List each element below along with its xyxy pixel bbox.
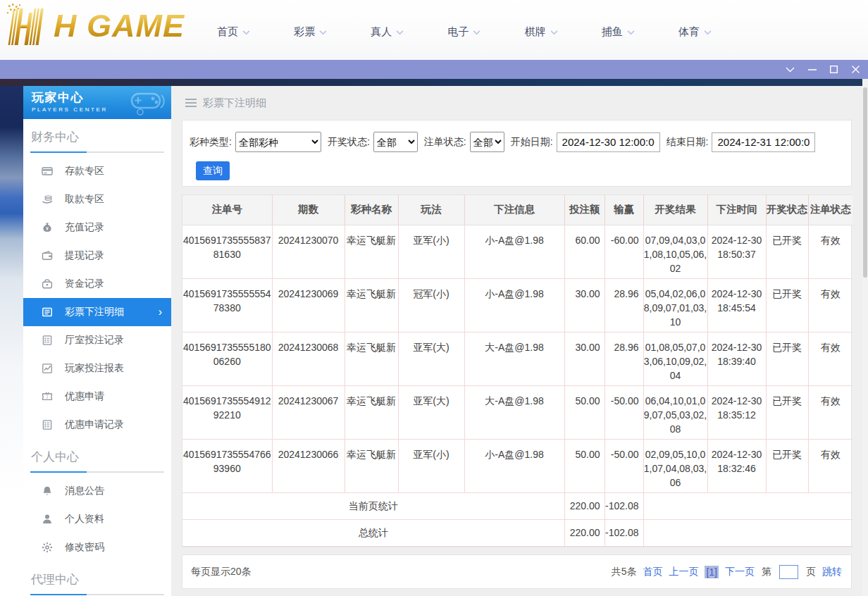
table-header-row: 注单号期数彩种名称玩法下注信息投注额输赢开奖结果下注时间开奖状态注单状态	[182, 195, 852, 225]
page-title: 彩票下注明细	[203, 97, 266, 110]
table-row: 40156917355558378163020241230070幸运飞艇新亚军(…	[182, 225, 852, 278]
page-jump-input[interactable]	[779, 565, 798, 579]
start-date-label: 开始日期:	[511, 136, 553, 149]
sidebar-item-label: 玩家投注报表	[65, 362, 124, 375]
sidebar-item-deposit[interactable]: 存款专区	[23, 157, 171, 185]
column-header-3: 玩法	[398, 195, 464, 225]
main-content: 彩票下注明细 彩种类型: 全部彩种 开奖状态: 全部 注单状态: 全部 开始日期…	[171, 86, 862, 596]
site-logo[interactable]: H GAME	[6, 3, 185, 49]
withdraw-hand-icon	[42, 194, 53, 205]
sidebar-item-recharge-records[interactable]: 充值记录	[23, 213, 171, 242]
theme-background-band	[0, 79, 868, 86]
filter-panel: 彩种类型: 全部彩种 开奖状态: 全部 注单状态: 全部 开始日期: 结束日期:…	[182, 120, 852, 187]
order-status-select[interactable]: 全部	[470, 132, 504, 152]
sidebar-item-lottery-bet-details[interactable]: 彩票下注明细›	[23, 298, 171, 326]
column-header-8: 下注时间	[707, 195, 766, 225]
logo-mark-icon	[6, 3, 52, 49]
coupon-icon	[42, 391, 53, 402]
order-status-label: 注单状态:	[424, 136, 466, 149]
nav-item-4[interactable]: 棋牌	[525, 25, 558, 39]
deposit-card-icon	[42, 166, 53, 177]
list-icon	[42, 335, 53, 346]
nav-item-5[interactable]: 捕鱼	[602, 25, 635, 39]
nav-item-1[interactable]: 彩票	[294, 25, 327, 39]
top-nav: 首页彩票真人电子棋牌捕鱼体育	[217, 4, 712, 60]
section-title: 个人中心	[31, 449, 164, 465]
sidebar-item-label: 取款专区	[65, 193, 104, 206]
sidebar-item-withdraw-records[interactable]: 提现记录	[23, 242, 171, 270]
column-header-1: 期数	[272, 195, 345, 225]
prev-page-link[interactable]: 上一页	[669, 566, 698, 578]
column-header-4: 下注信息	[464, 195, 564, 225]
draw-status-label: 开奖状态:	[328, 136, 370, 149]
column-header-5: 投注额	[564, 195, 604, 225]
maximize-button[interactable]	[823, 60, 845, 79]
sidebar-item-label: 个人资料	[65, 513, 104, 526]
menu-icon	[185, 99, 197, 107]
column-header-7: 开奖结果	[643, 195, 707, 225]
column-header-10: 注单状态	[808, 195, 852, 225]
ledger-icon	[42, 306, 53, 318]
nav-item-0[interactable]: 首页	[217, 25, 250, 39]
section-underline	[30, 594, 164, 595]
scrollbar[interactable]	[862, 79, 868, 596]
first-page-link[interactable]: 首页	[643, 566, 662, 578]
chevron-right-icon: ›	[159, 306, 162, 318]
scrollbar-thumb[interactable]	[863, 87, 867, 278]
table-row: 40156917355547669396020241230066幸运飞艇新亚军(…	[182, 439, 852, 492]
sidebar-item-label: 资金记录	[65, 278, 104, 290]
search-button[interactable]: 查询	[196, 161, 230, 180]
gamepad-icon	[130, 88, 167, 116]
table-row: 40156917355551800626020241230068幸运飞艇新亚军(…	[182, 332, 852, 385]
table-row: 40156917355549129221020241230067幸运飞艇新亚军(…	[182, 385, 852, 439]
draw-status-select[interactable]: 全部	[373, 132, 418, 152]
sidebar-item-label: 厅室投注记录	[65, 334, 124, 347]
nav-item-label: 真人	[371, 25, 392, 39]
report-chart-icon	[42, 363, 53, 374]
chevron-down-icon	[473, 30, 480, 35]
nav-item-label: 棋牌	[525, 25, 546, 39]
chevron-down-icon	[242, 30, 250, 35]
summary-label: 总统计	[182, 519, 564, 546]
sidebar-item-funds-records[interactable]: 资金记录	[23, 270, 171, 298]
lottery-type-select[interactable]: 全部彩种	[235, 132, 321, 152]
nav-item-2[interactable]: 真人	[371, 25, 404, 39]
purse-icon	[42, 278, 53, 290]
current-page-badge: [1]	[705, 566, 719, 578]
nav-item-3[interactable]: 电子	[447, 25, 480, 39]
sidebar-item-promo-apply-records[interactable]: 优惠申请记录	[23, 411, 171, 439]
sidebar-item-promo-apply[interactable]: 优惠申请	[23, 383, 171, 411]
close-button[interactable]	[845, 60, 867, 79]
chevron-down-icon	[319, 30, 327, 35]
sidebar-item-messages[interactable]: 消息公告	[23, 477, 171, 505]
summary-winloss-total: -102.08	[604, 492, 643, 519]
summary-bet-total: 220.00	[564, 492, 604, 519]
sidebar-item-label: 优惠申请	[65, 390, 104, 403]
end-date-input[interactable]	[712, 132, 815, 152]
section-underline	[30, 151, 164, 153]
sidebar-item-change-password[interactable]: 修改密码	[23, 533, 171, 561]
jump-button[interactable]: 跳转	[822, 566, 842, 578]
total-count-text: 共5条	[612, 566, 637, 578]
minimize-button[interactable]	[801, 60, 823, 79]
gear-icon	[42, 542, 53, 553]
start-date-input[interactable]	[557, 132, 660, 152]
sidebar-item-withdraw[interactable]: 取款专区	[23, 185, 171, 213]
nav-item-6[interactable]: 体育	[678, 25, 712, 39]
chevron-down-icon	[627, 30, 635, 35]
summary-row: 总统计220.00-102.08	[182, 519, 852, 546]
summary-winloss-total: -102.08	[604, 519, 643, 546]
window-collapse-button[interactable]	[779, 60, 801, 79]
table-row: 40156917355555547838020241230069幸运飞艇新冠军(…	[182, 278, 852, 332]
chevron-down-icon	[550, 30, 558, 35]
sidebar-item-label: 修改密码	[65, 541, 104, 554]
sidebar-item-hall-bet-records[interactable]: 厅室投注记录	[23, 326, 171, 354]
sidebar: 玩家中心 PLAYERS CENTER 财务中心存款专区取款专区充值记录提现记录…	[23, 86, 171, 596]
next-page-link[interactable]: 下一页	[725, 566, 755, 578]
column-header-6: 输赢	[604, 195, 643, 225]
sidebar-item-profile[interactable]: 个人资料	[23, 505, 171, 533]
end-date-label: 结束日期:	[666, 136, 709, 149]
site-header: H GAME 首页彩票真人电子棋牌捕鱼体育	[0, 0, 868, 60]
sidebar-item-player-bet-report[interactable]: 玩家投注报表	[23, 354, 171, 383]
nav-item-label: 捕鱼	[602, 25, 623, 39]
